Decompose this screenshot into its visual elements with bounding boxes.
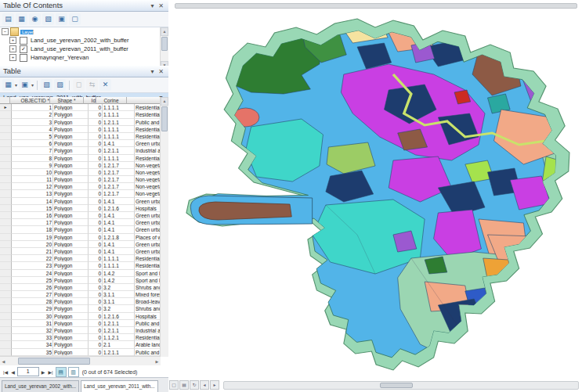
column-header[interactable]: Corine [96,97,127,104]
collapse-icon[interactable]: − [2,28,9,35]
table-row[interactable]: 23Polygon01.1.1.1Residential cont [0,262,161,269]
table-row[interactable]: 15Polygon01.2.1.6Hospitals [0,205,161,212]
list-by-selection-icon[interactable]: ▧ [42,13,54,25]
table-row[interactable]: 28Polygon03.1.1Broad-leaved fo [0,298,161,305]
row-selector[interactable] [0,334,12,341]
map-view[interactable]: ▢▤↻◂▸ [168,0,582,392]
table-row[interactable]: 25Polygon01.4.2Sport and leisu [0,277,161,284]
table-row[interactable]: 14Polygon01.4.1Green urban ar [0,198,161,205]
table-tab[interactable]: Land_use_yerevan_2002_with... [2,380,79,392]
row-selector[interactable] [0,248,12,255]
layer-visibility-checkbox[interactable] [20,37,27,45]
table-row[interactable]: 12Polygon01.2.1.7Non-vegetated [0,183,161,190]
toc-layer-row[interactable]: +Land_use_yerevan_2002_with_buffer [0,36,168,45]
toc-layer-row[interactable]: +✓Land_use_yerevan_2011_with_buffer [0,45,168,53]
expand-icon[interactable]: + [9,37,16,44]
row-selector[interactable] [0,226,12,233]
previous-record-button[interactable]: ◀ [10,369,16,375]
row-selector[interactable] [0,162,12,169]
row-selector[interactable] [0,169,12,176]
toc-extra-icon[interactable]: ▢ [69,13,81,25]
row-selector[interactable] [0,270,12,277]
row-selector[interactable] [0,234,12,241]
row-selector[interactable] [0,119,12,126]
show-selected-records-icon[interactable]: ▥ [68,367,79,377]
row-selector[interactable] [0,198,12,205]
row-selector[interactable] [0,320,12,327]
row-selector[interactable] [0,277,12,284]
current-record-input[interactable]: 1 [17,367,39,376]
row-selector[interactable] [0,190,12,197]
row-selector[interactable] [0,341,12,348]
pin-icon[interactable]: ▾ [148,2,157,10]
layer-visibility-checkbox[interactable] [20,54,27,62]
refresh-view-icon[interactable]: ↻ [190,380,199,390]
scroll-up-icon[interactable]: ▲ [161,97,168,106]
row-selector[interactable] [0,155,12,162]
expand-icon[interactable]: + [9,45,16,52]
toc-root-row[interactable]: − Layers [0,27,168,36]
row-selector[interactable] [0,291,12,298]
table-tab[interactable]: Land_use_yerevan_2011_with... [81,380,158,392]
dropdown-arrow-icon[interactable]: ▾ [15,82,17,88]
table-row[interactable]: 27Polygon03.1.1Mixed forests [0,291,161,298]
scroll-thumb[interactable] [161,106,168,131]
dropdown-arrow-icon[interactable]: ▾ [31,82,34,88]
table-row[interactable]: 19Polygon01.2.1.8Places of worsh [0,234,161,241]
list-by-source-icon[interactable]: ▦ [16,13,27,25]
table-row[interactable]: 35Polygon01.2.1.1Public and priva [0,349,161,356]
show-all-records-icon[interactable]: ▤ [56,367,67,377]
table-row[interactable]: 33Polygon01.1.2.1Residential disc [0,334,161,341]
row-selector[interactable] [0,327,12,334]
layers-root-label[interactable]: Layers [20,30,34,34]
row-selector[interactable] [0,176,12,183]
scroll-thumb[interactable] [161,37,168,51]
row-selector[interactable] [0,212,12,219]
layout-view-icon[interactable]: ▤ [179,380,189,390]
forward-icon[interactable]: ▸ [210,380,219,390]
clear-selection-icon[interactable]: ✕ [99,79,111,91]
table-row[interactable]: 17Polygon01.4.1Green urban ar [0,219,161,226]
table-row[interactable]: 11Polygon01.2.1.7Non-vegetated [0,176,161,183]
table-row[interactable]: 30Polygon01.2.1.6Hospitals [0,313,161,320]
highlight-selected-icon[interactable]: ▧ [41,79,52,91]
expand-icon[interactable]: + [9,54,16,61]
layer-name[interactable]: Hamaynqner_Yerevan [29,54,90,61]
table-row[interactable]: 20Polygon01.4.1Green urban ar [0,241,161,248]
table-row[interactable]: 4Polygon01.1.1.1Residential cont [0,126,161,133]
data-view-icon[interactable]: ▢ [169,380,179,390]
pause-drawing-icon[interactable]: ◂ [200,380,209,390]
layer-name[interactable]: Land_use_yerevan_2002_with_buffer [29,37,130,44]
next-record-button[interactable]: ▶ [41,369,46,375]
row-selector[interactable] [0,313,12,320]
table-row[interactable]: ▸1Polygon01.1.1.1Residential cont [0,104,161,111]
table-row[interactable]: 16Polygon01.4.1Green urban ar [0,212,161,219]
scroll-right-icon[interactable]: ▶ [154,359,161,364]
map-horizontal-scrollbar[interactable] [223,381,579,390]
last-record-button[interactable]: ▶| [47,369,53,375]
table-row[interactable]: 9Polygon01.2.1.7Non-vegetated [0,162,161,169]
row-selector[interactable] [0,133,12,140]
table-row[interactable]: 8Polygon01.1.1.1Residential cont [0,155,161,162]
row-selector[interactable] [0,147,12,154]
table-row[interactable]: 3Polygon01.2.1.1Public and priva [0,119,161,126]
toc-options-icon[interactable]: ▣ [56,13,67,25]
scroll-thumb[interactable] [380,383,413,388]
switch-selection-icon[interactable]: ▨ [54,79,66,91]
table-row[interactable]: 34Polygon02.1Arable land [0,341,161,348]
table-options-icon[interactable]: ▦ [2,79,14,91]
table-row[interactable]: 2Polygon01.1.1.1Residential cont [0,111,161,118]
table-row[interactable]: 13Polygon01.2.1.7Non-vegetated [0,190,161,197]
column-header[interactable]: OBJECTID * [10,97,50,104]
related-tables-icon[interactable]: ▣ [19,79,31,91]
table-vertical-scrollbar[interactable]: ▲ [160,97,168,357]
table-horizontal-scrollbar[interactable]: ◀ ▶ [0,356,161,365]
table-row[interactable]: 5Polygon01.1.1.1Residential cont [0,133,161,140]
first-record-button[interactable]: |◀ [2,369,9,375]
row-selector[interactable] [0,241,12,248]
row-selector[interactable] [0,140,12,147]
close-icon[interactable]: ✕ [157,67,165,76]
layer-visibility-checkbox[interactable]: ✓ [20,45,27,53]
scroll-thumb[interactable] [18,358,90,365]
table-row[interactable]: 32Polygon01.2.1.1Industrial areas [0,327,161,334]
